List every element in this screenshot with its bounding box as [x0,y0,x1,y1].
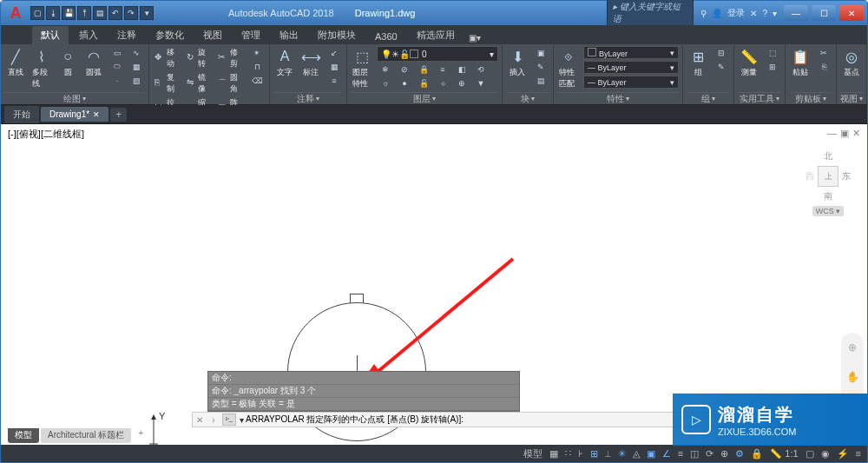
text-button[interactable]: A文字 [273,46,296,79]
line-button[interactable]: ╱直线 [4,46,27,79]
tab-featured[interactable]: 精选应用 [408,26,464,44]
viewcube-face[interactable]: 上 [818,166,838,187]
layer-unlock-icon[interactable]: 🔓 [415,76,432,89]
layer-walk-icon[interactable]: ⟐ [434,76,451,89]
insert-block-button[interactable]: ⬇插入 [506,46,529,79]
rotate-button[interactable]: ↻旋转 [185,46,214,70]
infer-icon[interactable]: ⊦ [575,447,586,460]
lwt-icon[interactable]: ≡ [675,447,686,460]
layout1-tab[interactable]: Architectural 标题栏 [41,428,131,443]
table-icon[interactable]: ▦ [326,60,343,73]
qat-new-icon[interactable]: ▢ [30,6,44,20]
layer-combo[interactable]: 💡 ☀ 🔓 0 ▾ [377,46,498,62]
layer-freeze-icon[interactable]: ❄ [377,63,394,76]
signin-label[interactable]: 登录 [727,7,745,19]
pan-icon[interactable]: ✋ [846,371,859,383]
qat-dropdown-icon[interactable]: ▾ [140,6,154,20]
ellipse-icon[interactable]: ⬭ [108,60,126,73]
region-icon[interactable]: ▨ [128,74,145,87]
grid-icon[interactable]: ▦ [547,447,561,460]
start-tab[interactable]: 开始 [4,106,39,123]
trim-button[interactable]: ✂修剪 [216,46,245,70]
qat-saveas-icon[interactable]: ⭱ [77,6,91,20]
tab-insert[interactable]: 插入 [70,26,107,44]
copy-clip-icon[interactable]: ⎘ [815,60,832,73]
linetype-combo[interactable]: — ByLayer▾ [583,76,679,89]
layer-iso-icon[interactable]: ◧ [453,63,470,76]
qat-plot-icon[interactable]: ▤ [93,6,107,20]
wcs-badge[interactable]: WCS ▾ [812,206,845,216]
qat-redo-icon[interactable]: ↷ [124,6,138,20]
snap-icon[interactable]: ∷ [562,447,574,460]
dyninput-icon[interactable]: ⊞ [588,447,601,460]
cycling-icon[interactable]: ⟳ [703,447,716,460]
layer-off-icon[interactable]: ⊘ [396,63,413,76]
layer-merge-icon[interactable]: ⊕ [453,76,470,89]
explode-icon[interactable]: ✴ [248,46,266,59]
fullnav-icon[interactable]: ⊕ [848,341,857,354]
group-edit-icon[interactable]: ✎ [713,60,730,73]
calc-icon[interactable]: ⊞ [764,60,781,73]
paste-button[interactable]: 📋粘贴 [789,46,812,79]
attr-block-icon[interactable]: ▤ [532,74,549,87]
lineweight-combo[interactable]: — ByLayer▾ [583,61,679,74]
tab-extra-icon[interactable]: ▣▾ [465,31,484,44]
model-space-button[interactable]: 模型 [521,446,545,461]
workspace-icon[interactable]: ⚙ [733,447,746,460]
leader-icon[interactable]: ↙ [326,46,343,59]
color-combo[interactable]: ByLayer▾ [583,46,679,59]
viewcube[interactable]: 北 西 上 东 南 WCS ▾ [801,150,855,216]
qat-open-icon[interactable]: ⭳ [46,6,60,20]
select-icon[interactable]: ⬚ [764,46,781,59]
search-box[interactable]: ▸ 键入关键字或短语 [607,0,694,27]
basepoint-button[interactable]: ◎基点 [840,46,863,79]
circle-button[interactable]: ○圆 [56,46,79,79]
help-icon[interactable]: ? [762,9,767,18]
infocenter-icon[interactable]: ⚲ [700,9,707,18]
layer-thaw-icon[interactable]: ☼ [377,76,394,89]
qat-save-icon[interactable]: 💾 [62,6,76,20]
edit-block-icon[interactable]: ✎ [532,60,549,73]
tab-output[interactable]: 输出 [271,26,307,44]
exchange-icon[interactable]: ✕ [750,9,757,18]
cmd-toggle-icon[interactable]: › [207,415,220,425]
signin-icon[interactable]: 👤 [712,9,722,18]
restore-viewport-icon[interactable]: ▣ [840,128,849,139]
offset-icon[interactable]: ⊓ [248,60,266,73]
polar-icon[interactable]: ✳ [615,447,628,460]
tab-addins[interactable]: 附加模块 [309,26,365,44]
close-button[interactable]: ✕ [839,5,864,21]
dim-button[interactable]: ⟷标注 [299,46,322,79]
otrack-icon[interactable]: ∠ [660,447,674,460]
qat-undo-icon[interactable]: ↶ [108,6,122,20]
arc-button[interactable]: ◠圆弧 [82,46,105,79]
cmd-close-icon[interactable]: ✕ [193,415,207,425]
fillet-button[interactable]: ⌒圆角 [216,71,245,96]
group-button[interactable]: ⊞组 [687,46,709,79]
annoscale-icon[interactable]: 🔒 [748,447,766,460]
layer-state-icon[interactable]: ▼ [472,76,490,89]
transparency-icon[interactable]: ◫ [687,447,701,460]
ortho-icon[interactable]: ⟂ [602,447,614,460]
match-properties-button[interactable]: ⟐特性匹配 [557,46,580,90]
layer-lock-icon[interactable]: 🔒 [415,63,432,76]
add-layout-button[interactable]: + [133,428,148,443]
layer-prev-icon[interactable]: ⟲ [472,63,490,76]
tab-view[interactable]: 视图 [194,26,231,44]
tab-annotate[interactable]: 注释 [108,26,145,44]
viewport-label[interactable]: [-][俯视][二维线框] [8,128,84,141]
iso-icon[interactable]: ◬ [630,447,642,460]
customize-icon[interactable]: ≡ [853,447,864,460]
cut-icon[interactable]: ✂ [815,46,832,59]
polyline-button[interactable]: ⌇多段线 [30,46,53,90]
tab-default[interactable]: 默认 [32,26,69,44]
move-button[interactable]: ✥移动 [153,46,181,70]
minimize-button[interactable]: — [784,5,808,21]
model-tab[interactable]: 模型 [8,428,39,443]
tab-manage[interactable]: 管理 [233,26,269,44]
layer-match-icon[interactable]: ≡ [434,63,451,76]
osnap-icon[interactable]: ▣ [644,447,658,460]
close-icon[interactable]: ✕ [93,110,100,119]
isolate-icon[interactable]: ◉ [819,447,832,460]
create-block-icon[interactable]: ▣ [532,46,549,59]
